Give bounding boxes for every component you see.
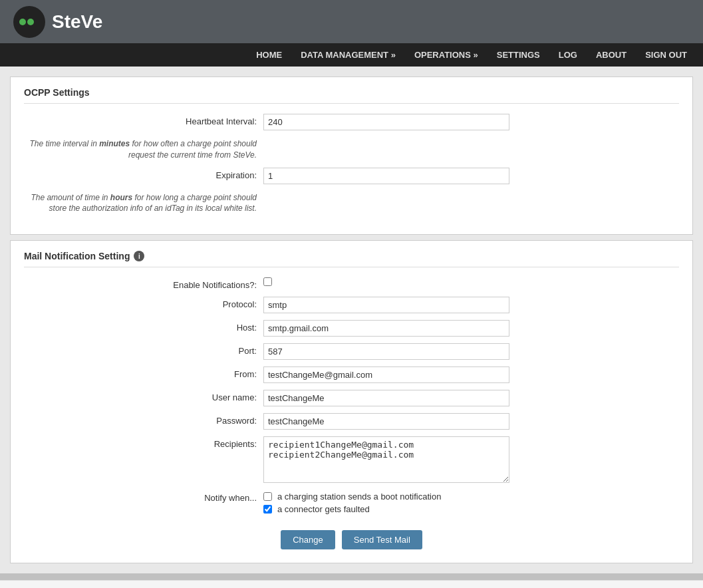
main-content: OCPP Settings Heartbeat Interval: The ti… bbox=[0, 67, 703, 573]
heartbeat-label: Heartbeat Interval: bbox=[24, 114, 263, 126]
mail-section-title: Mail Notification Setting i bbox=[24, 251, 679, 267]
from-input[interactable] bbox=[263, 367, 509, 383]
port-input[interactable] bbox=[263, 343, 509, 360]
username-input-wrap bbox=[263, 390, 509, 406]
nav-operations[interactable]: OPERATIONS » bbox=[405, 43, 488, 67]
protocol-input[interactable] bbox=[263, 297, 509, 313]
nav-log[interactable]: LOG bbox=[549, 43, 587, 67]
expiration-hint: The amount of time in hours for how long… bbox=[24, 191, 263, 215]
mail-notification-section: Mail Notification Setting i Enable Notif… bbox=[10, 240, 693, 563]
expiration-row: Expiration: bbox=[24, 168, 679, 184]
password-input-wrap bbox=[263, 413, 509, 430]
nav-home[interactable]: HOME bbox=[247, 43, 291, 67]
info-icon: i bbox=[134, 251, 144, 261]
host-label: Host: bbox=[24, 320, 263, 333]
recipients-input-wrap: recipient1ChangeMe@gmail.com recipient2C… bbox=[263, 436, 509, 485]
nav-data-management[interactable]: DATA MANAGEMENT » bbox=[291, 43, 405, 67]
heartbeat-hint: The time interval in minutes for how oft… bbox=[24, 137, 263, 161]
app-name: SteVe bbox=[52, 11, 102, 33]
heartbeat-row: Heartbeat Interval: bbox=[24, 114, 679, 130]
footer: RWTHAACHEN UNIVERSITY i5 bbox=[0, 580, 703, 588]
notify-fault-label: a connector gets faulted bbox=[277, 504, 370, 514]
recipients-row: Recipients: recipient1ChangeMe@gmail.com… bbox=[24, 436, 679, 485]
notify-fault-checkbox[interactable] bbox=[263, 505, 272, 514]
host-input-wrap bbox=[263, 320, 509, 337]
notify-boot-label: a charging station sends a boot notifica… bbox=[277, 492, 441, 502]
recipients-textarea[interactable]: recipient1ChangeMe@gmail.com recipient2C… bbox=[263, 436, 509, 483]
heartbeat-input-wrap bbox=[263, 114, 509, 130]
notify-when-row: Notify when... a charging station sends … bbox=[24, 492, 679, 517]
send-test-mail-button[interactable]: Send Test Mail bbox=[342, 530, 422, 549]
password-row: Password: bbox=[24, 413, 679, 430]
expiration-hint-row: The amount of time in hours for how long… bbox=[24, 191, 679, 215]
from-label: From: bbox=[24, 367, 263, 379]
username-input[interactable] bbox=[263, 390, 509, 406]
enable-notifications-label: Enable Notifications?: bbox=[24, 277, 263, 290]
enable-notifications-row: Enable Notifications?: bbox=[24, 277, 679, 290]
nav-about[interactable]: ABOUT bbox=[587, 43, 636, 67]
port-input-wrap bbox=[263, 343, 509, 360]
change-button[interactable]: Change bbox=[281, 530, 335, 549]
host-row: Host: bbox=[24, 320, 679, 337]
nav-settings[interactable]: SETTINGS bbox=[488, 43, 549, 67]
recipients-label: Recipients: bbox=[24, 436, 263, 449]
notify-option2-row: a connector gets faulted bbox=[263, 504, 509, 514]
nav-sign-out[interactable]: SIGN OUT bbox=[636, 43, 696, 67]
username-row: User name: bbox=[24, 390, 679, 406]
notify-option1-row: a charging station sends a boot notifica… bbox=[263, 492, 509, 502]
port-label: Port: bbox=[24, 343, 263, 356]
notify-boot-checkbox[interactable] bbox=[263, 492, 272, 501]
username-label: User name: bbox=[24, 390, 263, 402]
protocol-input-wrap bbox=[263, 297, 509, 313]
logo-container: SteVe bbox=[13, 6, 102, 38]
password-label: Password: bbox=[24, 413, 263, 426]
ocpp-section-title: OCPP Settings bbox=[24, 87, 679, 104]
notify-options: a charging station sends a boot notifica… bbox=[263, 492, 509, 517]
protocol-label: Protocol: bbox=[24, 297, 263, 309]
header: SteVe bbox=[0, 0, 703, 43]
steve-logo-icon bbox=[13, 6, 45, 38]
enable-notifications-wrap bbox=[263, 277, 509, 288]
notify-when-label: Notify when... bbox=[24, 492, 263, 503]
from-input-wrap bbox=[263, 367, 509, 383]
heartbeat-hint-row: The time interval in minutes for how oft… bbox=[24, 137, 679, 161]
expiration-input[interactable] bbox=[263, 168, 509, 184]
main-nav: HOME DATA MANAGEMENT » OPERATIONS » SETT… bbox=[0, 43, 703, 67]
from-row: From: bbox=[24, 367, 679, 383]
port-row: Port: bbox=[24, 343, 679, 360]
heartbeat-input[interactable] bbox=[263, 114, 509, 130]
expiration-input-wrap bbox=[263, 168, 509, 184]
host-input[interactable] bbox=[263, 320, 509, 337]
password-input[interactable] bbox=[263, 413, 509, 430]
enable-notifications-checkbox[interactable] bbox=[263, 277, 272, 286]
button-row: Change Send Test Mail bbox=[24, 530, 679, 549]
ocpp-settings-section: OCPP Settings Heartbeat Interval: The ti… bbox=[10, 76, 693, 235]
expiration-label: Expiration: bbox=[24, 168, 263, 180]
protocol-row: Protocol: bbox=[24, 297, 679, 313]
